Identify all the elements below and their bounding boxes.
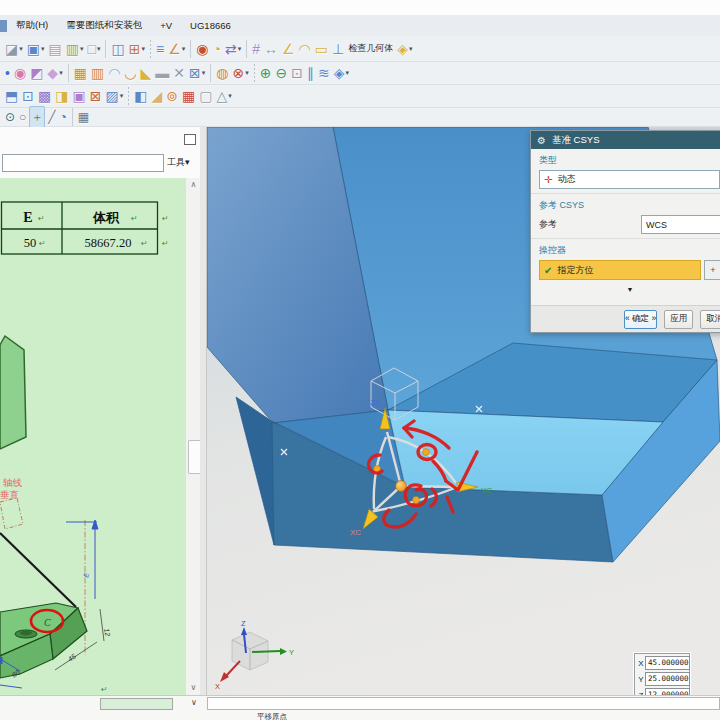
- cube-b-icon[interactable]: ⊡: [21, 86, 35, 106]
- role-icon[interactable]: ◔: [211, 39, 221, 59]
- collapse-arrow-icon[interactable]: ▼: [531, 286, 720, 293]
- drape-icon[interactable]: ◡: [123, 63, 137, 83]
- menu-ug18666[interactable]: UG18666: [181, 15, 240, 36]
- dropdown-caret-icon[interactable]: ▾: [182, 45, 186, 53]
- check-body-icon[interactable]: ◈▾: [396, 39, 413, 59]
- dropdown-caret-icon[interactable]: ▾: [80, 45, 84, 53]
- cube-ball-icon[interactable]: ⊚: [165, 86, 179, 106]
- mirror-icon[interactable]: ≋: [317, 63, 331, 83]
- perimeter-icon[interactable]: ▭: [314, 39, 329, 59]
- tool-red-icon[interactable]: ◉: [195, 39, 209, 59]
- dropdown-caret-icon[interactable]: ▾: [59, 69, 63, 77]
- cube-tri-icon[interactable]: ◨: [54, 86, 69, 106]
- spheres-icon[interactable]: ◉: [13, 63, 27, 83]
- offset-stack-icon[interactable]: ◈▾: [333, 63, 350, 83]
- tools-dropdown-button[interactable]: 工具▾: [167, 156, 190, 169]
- cube-white-icon[interactable]: ◧: [133, 86, 148, 106]
- line-icon[interactable]: ╱: [47, 107, 56, 127]
- cube-copy-icon[interactable]: ▩: [37, 86, 52, 106]
- white-box-icon[interactable]: ▢: [198, 86, 213, 106]
- embedded-document-area[interactable]: E 体积 50 58667.20 ↵ ↵ ↵ ↵ ↵ ↵ ↵ 轴线: [0, 178, 185, 695]
- datum-csys-icon[interactable]: ∠▾: [167, 39, 186, 59]
- subtract-icon[interactable]: ⊖: [275, 63, 289, 83]
- dropdown-caret-icon[interactable]: ▾: [409, 45, 413, 53]
- menu-plus-v[interactable]: +V: [151, 15, 181, 36]
- scroll-up-arrow-icon[interactable]: ∧: [187, 178, 200, 192]
- dropdown-caret-icon[interactable]: ▾: [238, 45, 242, 53]
- swap-arrows-icon[interactable]: ⇄▾: [224, 39, 242, 59]
- arc-length-icon[interactable]: ◠: [298, 39, 312, 59]
- caged-sphere-icon[interactable]: ⊗▾: [232, 63, 250, 83]
- reference-dropdown[interactable]: WCS: [641, 215, 720, 234]
- dropdown-caret-icon[interactable]: ▾: [141, 45, 145, 53]
- dropdown-caret-icon[interactable]: ▾: [228, 92, 232, 100]
- clip-icon[interactable]: ▤: [48, 39, 63, 59]
- shell-icon[interactable]: ◢: [150, 86, 163, 106]
- plus-snap-icon[interactable]: ＋: [29, 106, 45, 128]
- cube-x-icon[interactable]: ⊠: [89, 86, 103, 106]
- dropdown-caret-icon[interactable]: ▾: [346, 69, 350, 77]
- rotate-handle-zy[interactable]: [423, 449, 430, 456]
- box2-icon[interactable]: ▥: [90, 63, 105, 83]
- measure-angle-icon[interactable]: ∠: [281, 39, 296, 59]
- red-mesh-icon[interactable]: ▦: [181, 86, 196, 106]
- dropdown-caret-icon[interactable]: ▾: [245, 69, 249, 77]
- export-assembly-icon[interactable]: ⊞▾: [128, 39, 146, 59]
- sheet-curve-icon[interactable]: ◠: [107, 63, 121, 83]
- layers-icon[interactable]: ≡: [155, 39, 165, 59]
- grid-icon[interactable]: ▦: [77, 107, 90, 127]
- arc-icon[interactable]: ◔: [59, 107, 68, 127]
- status-input-field[interactable]: [207, 697, 720, 710]
- scroll-down-arrow-icon[interactable]: ∨: [187, 681, 200, 695]
- restore-window-icon[interactable]: [184, 134, 196, 145]
- bend-icon[interactable]: ◣: [140, 63, 153, 83]
- dropdown-caret-icon[interactable]: ▾: [19, 45, 23, 53]
- dropdown-caret-icon[interactable]: ▾: [120, 92, 124, 100]
- menu-help[interactable]: 帮助(H): [7, 15, 57, 36]
- status-dropdown-icon[interactable]: ∨: [191, 698, 197, 707]
- intersect-icon[interactable]: ⊡: [290, 63, 304, 83]
- status-green-field[interactable]: [100, 698, 173, 710]
- rotate-handle-xy[interactable]: [413, 497, 420, 504]
- y-coordinate-field[interactable]: 25.000000: [645, 672, 690, 686]
- cube-gear-icon[interactable]: ▨▾: [104, 86, 124, 106]
- cube-lock-icon[interactable]: ▣: [71, 86, 86, 106]
- unite-icon[interactable]: ⊕: [259, 63, 273, 83]
- ellipse-icon[interactable]: ○: [18, 107, 27, 127]
- blend-cube-icon[interactable]: ◩: [29, 63, 44, 83]
- slab-icon[interactable]: ▬: [154, 63, 170, 83]
- type-dropdown[interactable]: ✛ 动态: [539, 170, 720, 189]
- specify-orientation-row[interactable]: ✔ 指定方位: [539, 260, 701, 280]
- measure-distance-icon[interactable]: ↔: [263, 39, 279, 59]
- point-on-circle-icon[interactable]: ⊙: [4, 107, 16, 127]
- block-icon[interactable]: ▣▾: [26, 39, 46, 59]
- cylinder-icon[interactable]: ◍: [215, 63, 229, 83]
- sheet-icon[interactable]: □▾: [86, 39, 101, 59]
- point-icon[interactable]: •: [4, 63, 11, 83]
- folder-icon[interactable]: ▥▾: [65, 39, 85, 59]
- dropdown-caret-icon[interactable]: ▾: [41, 45, 45, 53]
- primitive-icon[interactable]: ◆▾: [46, 63, 63, 83]
- x-coordinate-field[interactable]: 45.000000: [645, 656, 690, 670]
- pattern-icon[interactable]: ∥: [306, 63, 315, 83]
- cube-a-icon[interactable]: ⬒: [4, 86, 19, 106]
- trim-icon[interactable]: ✕: [172, 63, 186, 83]
- split-icon[interactable]: ⊠▾: [188, 63, 206, 83]
- dropdown-caret-icon[interactable]: ▾: [97, 45, 101, 53]
- panel-splitter[interactable]: [200, 127, 207, 695]
- dropdown-caret-icon[interactable]: ▾: [202, 69, 206, 77]
- apply-button[interactable]: 应用: [664, 310, 693, 329]
- dialog-title-bar[interactable]: ⚙ 基准 CSYS: [531, 131, 720, 149]
- sketch-icon[interactable]: ◪▾: [4, 39, 24, 59]
- export-part-icon[interactable]: ◫: [110, 39, 125, 59]
- drill-check-icon[interactable]: ⊥: [331, 39, 345, 59]
- csys-dialog-button[interactable]: +: [704, 260, 720, 280]
- ok-button[interactable]: « 确定 »: [624, 310, 657, 329]
- box-icon[interactable]: ▦: [73, 63, 88, 83]
- measure-hash-icon[interactable]: #: [251, 39, 261, 59]
- menu-drawings-package[interactable]: 需要图纸和安装包: [57, 15, 151, 36]
- cancel-button[interactable]: 取消: [700, 310, 720, 329]
- pyramid-icon[interactable]: △▾: [215, 86, 232, 106]
- panel-search-input[interactable]: [2, 154, 164, 172]
- panel-scrollbar[interactable]: ∧ ∨: [185, 178, 200, 695]
